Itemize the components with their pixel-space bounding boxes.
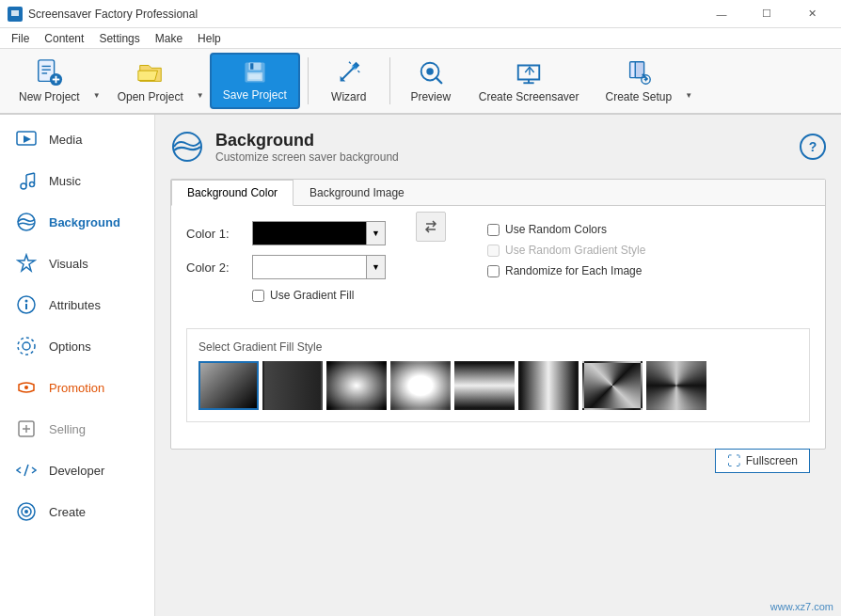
- gradient-swatch-4[interactable]: [390, 361, 451, 410]
- selling-icon: [15, 418, 38, 440]
- sidebar-item-create[interactable]: Create: [0, 491, 154, 532]
- new-project-label: New Project: [19, 90, 80, 103]
- preview-button[interactable]: Preview: [398, 53, 464, 109]
- gradient-swatch-1[interactable]: [198, 361, 259, 410]
- background-icon: [15, 211, 38, 233]
- menu-help[interactable]: Help: [190, 30, 229, 47]
- menu-file[interactable]: File: [4, 30, 37, 47]
- color1-dropdown-arrow[interactable]: ▼: [366, 222, 385, 245]
- menu-make[interactable]: Make: [148, 30, 190, 47]
- use-random-colors-label[interactable]: Use Random Colors: [487, 223, 645, 236]
- open-project-button[interactable]: Open Project: [106, 53, 195, 109]
- svg-point-41: [18, 338, 35, 355]
- toolbar: New Project ▼ Open Project ▼ Save Projec…: [0, 49, 841, 115]
- sidebar-item-options[interactable]: Options: [0, 325, 154, 367]
- color-options: Color 1: ▼ Color 2:: [186, 221, 386, 317]
- create-setup-button[interactable]: Create Setup: [595, 53, 684, 109]
- color2-swatch[interactable]: [253, 256, 366, 278]
- gradient-options: [198, 361, 798, 410]
- media-icon: [15, 128, 38, 150]
- gradient-swatch-3[interactable]: [326, 361, 387, 410]
- create-setup-group: Create Setup ▼: [595, 53, 695, 109]
- close-button[interactable]: ✕: [790, 0, 833, 28]
- svg-point-21: [426, 68, 434, 75]
- sidebar-music-label: Music: [49, 174, 81, 188]
- svg-line-33: [26, 173, 35, 175]
- wizard-icon: [334, 58, 364, 87]
- create-screensaver-button[interactable]: Create Screensaver: [468, 53, 591, 109]
- svg-point-49: [24, 510, 28, 513]
- svg-point-40: [23, 342, 30, 350]
- new-project-icon: [34, 58, 64, 87]
- svg-marker-36: [18, 255, 35, 271]
- content-header-text: Background Customize screen saver backgr…: [215, 131, 399, 164]
- menu-content[interactable]: Content: [37, 30, 91, 47]
- sidebar-item-developer[interactable]: Developer: [0, 450, 154, 491]
- open-project-label: Open Project: [118, 90, 183, 103]
- open-project-arrow[interactable]: ▼: [195, 53, 206, 109]
- gradient-swatch-2[interactable]: [262, 361, 323, 410]
- save-project-icon: [240, 60, 270, 85]
- create-setup-arrow[interactable]: ▼: [683, 53, 694, 109]
- gradient-swatch-6[interactable]: [518, 361, 579, 410]
- sidebar-item-visuals[interactable]: Visuals: [0, 243, 154, 284]
- fullscreen-icon: ⛶: [727, 453, 740, 468]
- save-project-button[interactable]: Save Project: [210, 53, 300, 109]
- maximize-button[interactable]: ☐: [745, 0, 788, 28]
- minimize-button[interactable]: —: [700, 0, 743, 28]
- use-random-gradient-label[interactable]: Use Random Gradient Style: [487, 244, 645, 257]
- fullscreen-button[interactable]: ⛶ Fullscreen: [715, 449, 810, 473]
- gradient-swatch-8[interactable]: [646, 361, 706, 410]
- svg-line-22: [436, 78, 441, 84]
- toolbar-separator-2: [389, 57, 390, 104]
- svg-point-42: [24, 386, 28, 389]
- new-project-arrow[interactable]: ▼: [91, 53, 103, 109]
- menu-settings[interactable]: Settings: [91, 30, 147, 47]
- sidebar-item-attributes[interactable]: Attributes: [0, 284, 154, 325]
- wizard-label: Wizard: [331, 90, 366, 103]
- randomize-each-image-checkbox[interactable]: [487, 265, 500, 277]
- content-area: Background Customize screen saver backgr…: [155, 115, 841, 616]
- sidebar-item-media[interactable]: Media: [0, 118, 154, 160]
- attributes-icon: [15, 293, 38, 316]
- gradient-swatch-5[interactable]: [454, 361, 515, 410]
- sidebar-item-selling[interactable]: Selling: [0, 408, 154, 450]
- use-gradient-row: Use Gradient Fill: [186, 289, 386, 308]
- preview-label: Preview: [410, 90, 451, 103]
- use-random-colors-text: Use Random Colors: [505, 223, 607, 236]
- sidebar-media-label: Media: [49, 133, 82, 147]
- fullscreen-label: Fullscreen: [746, 454, 798, 467]
- swap-icon: [423, 219, 438, 234]
- color2-dropdown-arrow[interactable]: ▼: [366, 256, 385, 278]
- sidebar-options-label: Options: [49, 340, 91, 354]
- use-gradient-fill-label[interactable]: Use Gradient Fill: [252, 289, 354, 302]
- sidebar-item-music[interactable]: Music: [0, 160, 154, 201]
- new-project-button[interactable]: New Project: [8, 53, 91, 109]
- swap-colors-button[interactable]: [416, 212, 446, 242]
- create-setup-label: Create Setup: [606, 90, 673, 103]
- sidebar-promotion-label: Promotion: [49, 381, 104, 395]
- sidebar-item-promotion[interactable]: Promotion: [0, 367, 154, 408]
- sidebar-attributes-label: Attributes: [49, 298, 101, 312]
- svg-point-50: [173, 133, 201, 161]
- create-icon: [15, 500, 38, 523]
- window-controls: — ☐ ✕: [700, 0, 833, 28]
- use-random-colors-checkbox[interactable]: [487, 224, 500, 236]
- tab-background-color[interactable]: Background Color: [171, 180, 294, 206]
- sidebar-item-background[interactable]: Background: [0, 201, 154, 243]
- use-random-gradient-checkbox[interactable]: [487, 245, 500, 257]
- randomize-each-image-label[interactable]: Randomize for Each Image: [487, 264, 645, 277]
- svg-rect-12: [250, 63, 253, 70]
- music-icon: [15, 169, 38, 192]
- gradient-swatch-7[interactable]: [582, 361, 643, 410]
- menu-bar: File Content Settings Make Help: [0, 28, 841, 49]
- color1-swatch[interactable]: [253, 222, 366, 245]
- background-panel: Background Color Background Image Color …: [170, 179, 826, 450]
- wizard-button[interactable]: Wizard: [316, 53, 382, 109]
- help-button[interactable]: ?: [800, 134, 826, 160]
- tab-background-image[interactable]: Background Image: [294, 180, 420, 206]
- svg-line-18: [349, 62, 351, 64]
- right-options: Use Random Colors Use Random Gradient St…: [487, 221, 645, 283]
- gradient-section-label: Select Gradient Fill Style: [198, 340, 798, 354]
- use-gradient-fill-checkbox[interactable]: [252, 290, 264, 302]
